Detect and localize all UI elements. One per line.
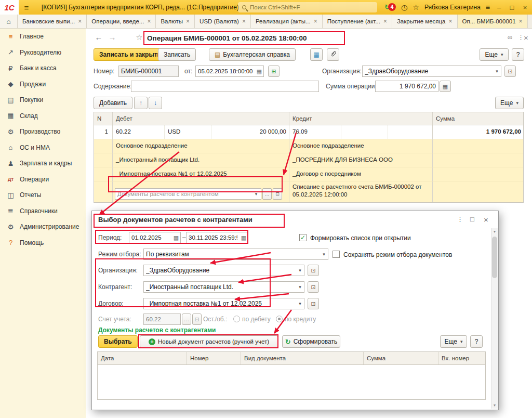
tab-realizaciya-akty[interactable]: Реализация (акты...× [251,15,323,28]
analytics-row[interactable]: _Импортная поставка №1 от 12.02.2025 _До… [94,167,523,181]
analytics-row-settlement-docs[interactable]: ▾ … ⊡ Списание с расчетного счета БМИБ-0… [94,181,523,202]
home-tab[interactable]: ⌂ [0,15,18,28]
analytics-row[interactable]: _Иностранный поставщик Ltd. _ПОСРЕДНИК Д… [94,153,523,167]
tab-operacii-vvedennye[interactable]: Операции, введе...× [87,15,156,28]
tab-postuplenie-akt[interactable]: Поступление (акт...× [323,15,392,28]
calendar-icon[interactable]: ▦ [240,232,248,243]
dialog-organization-field[interactable]: ▾ [143,265,304,276]
open-dialog-organization-button[interactable]: ⊡ [308,265,319,276]
chevron-down-icon[interactable]: ▾ [296,265,304,276]
tab-valyuty[interactable]: Валюты× [156,15,195,28]
tab-zakrytie-mesyaca[interactable]: Закрытие месяца× [392,15,458,28]
tab-close-icon[interactable]: × [242,18,246,25]
open-contract-button[interactable]: ⊡ [308,298,319,309]
sidebar-item-operacii[interactable]: ДтОперации [0,172,86,188]
date-field[interactable]: ▦ [195,66,264,77]
sidebar-item-pokupki[interactable]: ▤Покупки [0,92,86,108]
content-field[interactable] [131,81,319,92]
close-window-button[interactable]: × [521,4,529,11]
move-row-down-button[interactable]: ↓ [149,97,162,109]
close-form-icon[interactable]: × [524,33,528,42]
calendar-icon[interactable]: ▦ [255,66,263,76]
favorites-star-icon[interactable]: ☆ [413,3,419,11]
calculator-button[interactable]: ▦ [440,81,451,92]
cell-credit-analytics[interactable]: _Договор с посредником [289,167,433,181]
sidebar-item-sklad[interactable]: ▦Склад [0,108,86,124]
filter-mode-select[interactable]: ▾ [143,249,328,260]
cell-debit-analytics[interactable]: _Импортная поставка №1 от 12.02.2025 [113,167,289,181]
history-icon[interactable]: ◷ [401,3,407,11]
cell-debit-account[interactable]: 60.22 [113,125,165,139]
notifications-icon[interactable]: ↻ 4 [387,3,396,12]
save-button[interactable]: Записать [158,48,196,61]
cell-row-number[interactable]: 1 [94,125,113,139]
chevron-down-icon[interactable]: ▾ [251,188,261,200]
chevron-down-icon[interactable]: ▾ [296,298,304,309]
organization-field[interactable]: ▾ [362,66,501,77]
global-search-box[interactable]: Поиск Ctrl+Shift+F [238,2,377,12]
add-row-button[interactable]: Добавить [94,97,132,109]
tab-close-icon[interactable]: × [448,18,452,25]
contractor-field[interactable]: ▾ [143,281,304,293]
generate-button[interactable]: ↻Сформировать [282,335,340,348]
scrollbar-thumb[interactable] [492,237,497,278]
open-contractor-button[interactable]: ⊡ [308,281,319,293]
select-button[interactable]: Выбрать [98,335,138,348]
dialog-maximize-icon[interactable]: □ [470,215,474,223]
cell-debit-analytics[interactable]: _Иностранный поставщик Ltd. [113,153,289,167]
sidebar-item-zarplata-i-kadry[interactable]: ♟Зарплата и кадры [0,155,86,172]
accounting-reference-button[interactable]: ▤Бухгалтерская справка [209,48,296,61]
form-list-on-open-checkbox[interactable]: ✓ [299,234,307,241]
calendar-icon[interactable]: ▦ [172,232,180,243]
tab-close-icon[interactable]: × [78,18,82,25]
tab-close-icon[interactable]: × [314,18,317,25]
chevron-down-icon[interactable]: ▾ [296,282,304,292]
period-to-field[interactable]: ▦ [186,232,248,243]
minimize-button[interactable]: – [495,4,503,11]
sidebar-item-pomosch[interactable]: ?Помощь [0,235,86,251]
table-row[interactable]: 1 60.22 USD 20 000,00 76.09 1 970 672,00 [94,125,523,139]
favorite-star-icon[interactable]: ☆ [134,33,145,43]
forward-button[interactable]: → [107,33,118,43]
cell-credit-account[interactable]: 76.09 [289,125,341,139]
dialog-scrollbar[interactable]: ▾ ▾ [491,228,498,409]
cell-credit-analytics[interactable]: Основное подразделение [289,139,433,153]
new-settlement-doc-button[interactable]: +Новый документ расчетов (ручной учет) [140,335,278,348]
move-row-up-button[interactable]: ↑ [134,97,148,109]
operation-sum-field[interactable] [375,81,438,92]
main-menu-icon[interactable]: ≡ [19,3,34,12]
number-field[interactable] [118,66,179,77]
sidebar-item-glavnoe[interactable]: ≡Главное [0,29,86,45]
user-menu-icon[interactable]: ≡ [486,3,490,11]
form-help-button[interactable]: ? [512,48,524,61]
tab-operaciya-bmib-000001[interactable]: Оп... БМИБ-000001× [458,15,528,28]
chevron-down-icon[interactable]: ▾ [320,249,328,259]
sidebar-item-os-i-nma[interactable]: ⌂ОС и НМА [0,140,86,156]
settlement-table-body-empty[interactable] [98,365,485,399]
cell-sum[interactable]: 1 970 672,00 [433,125,524,139]
chevron-down-icon[interactable]: ▾ [493,66,501,76]
settlement-documents-field[interactable]: ▾ [115,188,261,200]
show-postings-button[interactable]: ▦ [310,48,323,61]
cell-debit-amount[interactable]: 20 000,00 [211,125,289,139]
save-close-button[interactable]: Записать и закрыть [94,48,167,61]
save-filter-mode-checkbox[interactable] [332,251,340,258]
sidebar-item-otchety[interactable]: ◫Отчеты [0,187,86,203]
sidebar-item-bank-i-kassa[interactable]: ₽Банк и касса [0,60,86,76]
tab-close-icon[interactable]: × [519,18,523,25]
scroll-up-icon[interactable]: ▾ [491,228,498,235]
tab-close-icon[interactable]: × [186,18,190,25]
sidebar-item-rukovoditelyu[interactable]: ↗Руководителю [0,45,86,61]
attachments-button[interactable] [327,48,339,61]
tab-bankovskie-vypiski[interactable]: Банковские выпи...× [18,15,87,28]
create-based-on-button[interactable]: ⊞ [268,66,280,77]
cell-credit-settlement-doc[interactable]: Списание с расчетного счета БМИБ-000002 … [289,181,433,202]
analytics-row[interactable]: Основное подразделение Основное подразде… [94,139,523,153]
link-icon[interactable]: ∞ [508,33,512,41]
tab-close-icon[interactable]: × [383,18,387,25]
dialog-kebab-menu-icon[interactable]: ⋮ [457,215,463,223]
tab-close-icon[interactable]: × [147,18,151,25]
sidebar-item-spravochniki[interactable]: ≣Справочники [0,203,86,219]
cell-credit-analytics[interactable]: _ПОСРЕДНИК ДЛЯ БИЗНЕСА ООО [289,153,433,167]
dialog-close-icon[interactable]: × [484,215,488,224]
